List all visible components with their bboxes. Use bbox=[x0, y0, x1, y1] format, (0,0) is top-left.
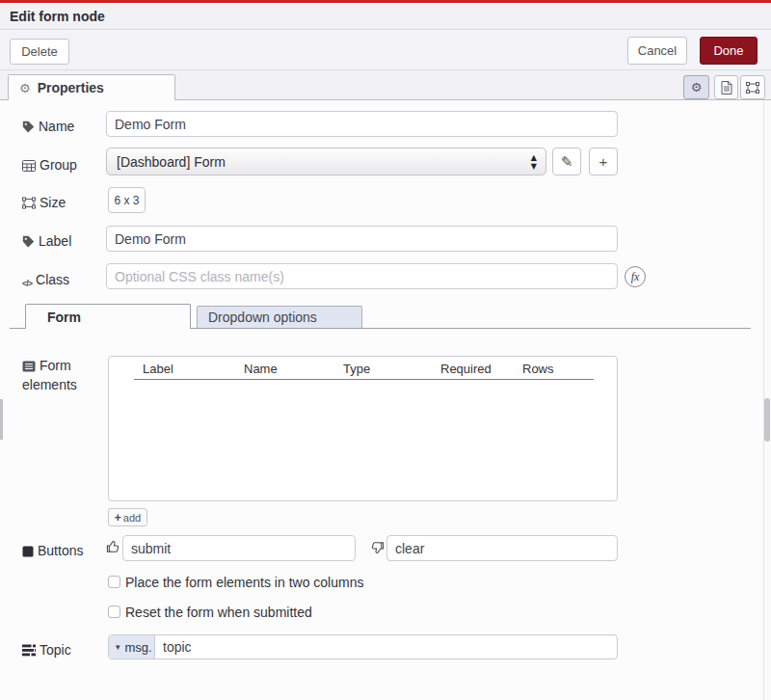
pencil-icon: ✎ bbox=[561, 153, 573, 171]
buttons-field-label: Buttons bbox=[22, 541, 99, 560]
tab-properties[interactable]: ⚙ Properties bbox=[8, 74, 175, 100]
settings-tab-button[interactable]: ⚙ bbox=[683, 75, 709, 99]
table-header-rule bbox=[134, 379, 594, 380]
thumbs-up-icon bbox=[106, 539, 120, 554]
add-group-button[interactable]: + bbox=[589, 148, 618, 175]
select-arrows-icon: ▲▼ bbox=[531, 153, 537, 171]
thumbs-down-icon bbox=[370, 540, 385, 555]
table-icon bbox=[22, 160, 36, 172]
topic-typed-input[interactable]: ▾ msg. topic bbox=[108, 634, 618, 660]
delete-button[interactable]: Delete bbox=[10, 39, 69, 65]
column-header-label: Label bbox=[143, 362, 173, 376]
document-icon bbox=[721, 81, 732, 94]
object-group-icon bbox=[746, 82, 759, 94]
msg-prefix-button[interactable]: ▾ msg. bbox=[109, 635, 155, 659]
code-icon: </> bbox=[22, 279, 32, 288]
left-scrollbar-thumb[interactable] bbox=[0, 399, 3, 440]
appearance-tab-button[interactable] bbox=[740, 75, 765, 99]
checkbox-two-columns-label: Place the form elements in two columns bbox=[125, 575, 363, 590]
dialog-title: Edit form node bbox=[10, 3, 105, 30]
checkbox-two-columns[interactable] bbox=[108, 576, 120, 588]
list-alt-icon bbox=[22, 361, 36, 372]
form-elements-table[interactable]: Label Name Type Required Rows bbox=[108, 356, 618, 501]
column-header-required: Required bbox=[440, 362, 492, 376]
plus-icon: + bbox=[115, 511, 121, 525]
label-input[interactable] bbox=[106, 226, 618, 252]
submit-label-input[interactable] bbox=[122, 535, 356, 561]
checkbox-reset-form[interactable] bbox=[108, 606, 120, 618]
group-field-label: Group bbox=[22, 155, 99, 175]
done-button[interactable]: Done bbox=[700, 37, 758, 65]
msg-prefix-label: msg. bbox=[125, 640, 152, 655]
description-tab-button[interactable] bbox=[714, 75, 738, 99]
size-field-label: Size bbox=[22, 193, 99, 212]
topic-field-label: Topic bbox=[22, 640, 99, 660]
square-icon bbox=[22, 546, 34, 557]
fx-icon: fx bbox=[631, 270, 640, 284]
group-select-value: [Dashboard] Form bbox=[117, 154, 226, 170]
clear-label-input[interactable] bbox=[386, 535, 618, 561]
tab-form[interactable]: Form bbox=[25, 304, 191, 329]
caret-down-icon: ▾ bbox=[116, 642, 120, 652]
class-field-label: </>Class bbox=[22, 270, 99, 293]
tasks-icon bbox=[22, 644, 36, 657]
add-element-button[interactable]: + add bbox=[108, 508, 147, 526]
plus-icon: + bbox=[599, 153, 608, 170]
column-header-type: Type bbox=[343, 362, 370, 376]
gear-icon: ⚙ bbox=[691, 80, 703, 94]
column-header-rows: Rows bbox=[522, 362, 554, 376]
class-input[interactable] bbox=[106, 263, 618, 289]
cancel-button[interactable]: Cancel bbox=[627, 37, 687, 65]
tag-icon bbox=[22, 235, 35, 248]
gear-icon: ⚙ bbox=[19, 81, 31, 95]
checkbox-reset-form-label: Reset the form when submitted bbox=[125, 605, 312, 620]
right-scrollbar-thumb[interactable] bbox=[764, 398, 770, 442]
group-select[interactable]: [Dashboard] Form ▲▼ bbox=[106, 148, 546, 175]
form-elements-label: Form elements bbox=[22, 356, 92, 394]
edit-group-button[interactable]: ✎ bbox=[552, 148, 581, 175]
object-group-icon bbox=[22, 197, 36, 209]
expand-editor-button[interactable]: fx bbox=[625, 266, 646, 287]
edit-form-node-dialog: Edit form node Delete Cancel Done ⚙ Prop… bbox=[0, 0, 771, 700]
tab-dropdown-options[interactable]: Dropdown options bbox=[197, 306, 362, 328]
name-field-label: Name bbox=[22, 117, 99, 136]
label-field-label: Label bbox=[22, 231, 99, 251]
size-button[interactable]: 6 x 3 bbox=[108, 187, 146, 213]
dialog-header: Edit form node bbox=[0, 3, 771, 30]
name-input[interactable] bbox=[106, 111, 618, 137]
tag-icon bbox=[22, 121, 35, 133]
column-header-name: Name bbox=[244, 362, 278, 376]
topic-input[interactable]: topic bbox=[155, 635, 617, 659]
properties-tab-label: Properties bbox=[38, 80, 104, 95]
